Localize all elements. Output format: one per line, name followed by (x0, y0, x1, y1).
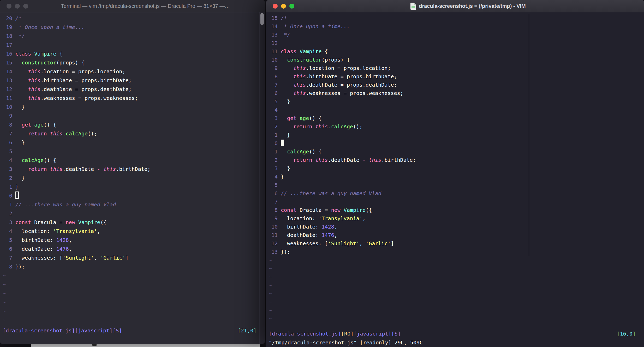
code-line: 12 this.deathDate = props.deathDate; (0, 85, 265, 94)
code-line: 10 } (0, 103, 265, 111)
tilde-filler: ~ (266, 289, 644, 298)
code-line: 1} (0, 182, 265, 191)
file-proxy-document-icon[interactable] (410, 3, 416, 10)
code-line: 6 deathDate: 1476, (0, 244, 265, 253)
terminal-window: Terminal — vim /tmp/dracula-screenshot.j… (0, 0, 265, 344)
line-number: 8 (6, 262, 12, 271)
minimize-button[interactable] (281, 4, 286, 9)
line-number: 5 (6, 236, 12, 244)
line-number: 4 (6, 227, 12, 236)
line-number: 12 (271, 239, 278, 248)
line-number: 7 (6, 253, 12, 262)
line-number: 16 (6, 49, 12, 58)
macvim-editor[interactable]: 15/*14 * Once upon a time...13 */1211cla… (266, 12, 644, 347)
code-line: 14 * Once upon a time... (266, 22, 644, 31)
code-line: 14 this.location = props.location; (0, 67, 265, 76)
code-line: 5 (0, 147, 265, 156)
code-line: 1 } (266, 131, 644, 139)
code-line: 2 return this.calcAge(); (266, 122, 644, 131)
line-number: 11 (6, 94, 12, 103)
code-area: 15/*14 * Once upon a time...13 */1211cla… (266, 12, 644, 323)
line-number: 7 (271, 81, 278, 89)
tilde-filler: ~ (0, 271, 265, 280)
terminal-scrollbar-thumb[interactable] (260, 13, 264, 25)
vim-statusline: [dracula-screenshot.js][javascript][S] [… (0, 326, 265, 335)
statusline-cursor-position: [21,0] (238, 326, 257, 335)
zoom-button[interactable] (23, 4, 28, 9)
line-number: 2 (271, 156, 278, 164)
code-line: 4} (266, 172, 644, 181)
traffic-lights (266, 4, 294, 9)
zoom-button[interactable] (289, 4, 294, 9)
tilde-filler: ~ (266, 281, 644, 289)
code-line: 5 birthDate: 1428, (0, 236, 265, 244)
cursor-hollow (15, 192, 19, 199)
code-line: 0 (0, 191, 265, 200)
line-number: 14 (6, 67, 12, 76)
tilde-filler: ~ (0, 307, 265, 315)
code-line: 3 return this.deathDate - this.birthDate… (0, 165, 265, 174)
code-line: 7 weaknesses: ['Sunlight', 'Garlic'] (0, 253, 265, 262)
code-line: 4 (266, 106, 644, 114)
line-number: 13 (6, 76, 12, 85)
color-column-ruler (529, 14, 529, 256)
line-number: 4 (271, 172, 278, 181)
vim-command-line (0, 335, 265, 344)
code-line: 18 */ (0, 32, 265, 40)
line-number: 14 (271, 22, 278, 31)
tilde-filler: ~ (0, 280, 265, 289)
line-number: 9 (6, 111, 12, 120)
tilde-filler: ~ (0, 298, 265, 307)
macvim-window-title: dracula-screenshot.js = (/private/tmp) -… (419, 3, 526, 9)
terminal-titlebar[interactable]: Terminal — vim /tmp/dracula-screenshot.j… (0, 0, 265, 12)
code-line: 2 return this.deathDate - this.birthDate… (266, 156, 644, 164)
code-line: 6// ...there was a guy named Vlad (266, 189, 644, 198)
line-number: 2 (6, 174, 12, 182)
code-line: 17 (0, 40, 265, 49)
code-line: 15/* (266, 14, 644, 22)
line-number: 3 (271, 164, 278, 172)
code-line: 15 constructor(props) { (0, 58, 265, 67)
code-line: 3const Dracula = new Vampire({ (0, 218, 265, 227)
tilde-filler: ~ (0, 315, 265, 324)
line-number: 1 (271, 131, 278, 139)
line-number: 5 (271, 97, 278, 106)
line-number: 2 (6, 209, 12, 218)
background-window-content-peek (92, 344, 97, 346)
code-line: 7 (266, 198, 644, 206)
code-line: 13 */ (266, 31, 644, 39)
code-line: 7 return this.calcAge(); (0, 129, 265, 138)
code-line: 2 (0, 209, 265, 218)
statusline-cursor-position: [16,0] (617, 329, 636, 338)
tilde-filler: ~ (266, 306, 644, 314)
line-number: 1 (271, 147, 278, 156)
vim-statusline: [dracula-screenshot.js][RO][javascript][… (266, 329, 644, 338)
tilde-filler: ~ (266, 298, 644, 306)
code-line: 9 location: 'Transylvania', (266, 214, 644, 223)
background-window-sliver[interactable] (31, 344, 260, 347)
line-number: 18 (6, 32, 12, 40)
statusline-file-info: [dracula-screenshot.js][RO][javascript][… (269, 329, 401, 338)
line-number: 8 (271, 72, 278, 81)
line-number: 5 (6, 147, 12, 156)
line-number: 1 (6, 182, 12, 191)
line-number: 12 (271, 39, 278, 47)
code-line: 13}); (266, 248, 644, 256)
line-number: 8 (271, 206, 278, 214)
code-line: 1 calcAge() { (266, 147, 644, 156)
line-number: 0 (271, 139, 278, 147)
close-button[interactable] (273, 4, 278, 9)
line-number: 9 (271, 64, 278, 72)
code-line: 6 this.weaknesses = props.weaknesses; (266, 89, 644, 97)
line-number: 1 (6, 200, 12, 209)
close-button[interactable] (7, 4, 11, 9)
code-line: 8const Dracula = new Vampire({ (266, 206, 644, 214)
terminal-vim-editor[interactable]: 20/*19 * Once upon a time...18 */1716cla… (0, 12, 265, 344)
line-number: 6 (6, 244, 12, 253)
terminal-scrollbar-track[interactable] (259, 12, 265, 344)
code-line: 5 } (266, 97, 644, 106)
line-number: 17 (6, 40, 12, 49)
line-number: 15 (271, 14, 278, 22)
macvim-titlebar[interactable]: dracula-screenshot.js = (/private/tmp) -… (266, 0, 644, 12)
minimize-button[interactable] (15, 4, 20, 9)
